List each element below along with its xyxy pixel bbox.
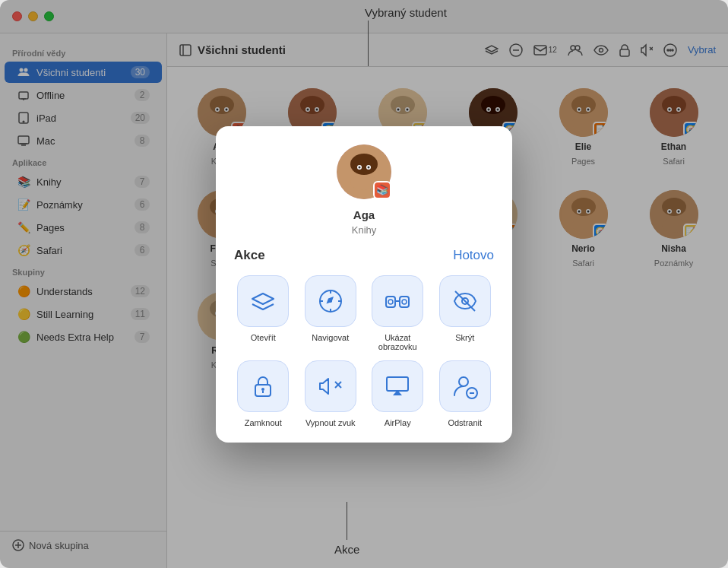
navigovat-label: Navigovat bbox=[312, 333, 349, 342]
action-otevrit[interactable]: Otevřít bbox=[234, 275, 293, 351]
svg-rect-143 bbox=[400, 297, 409, 307]
action-vypnout-zvuk[interactable]: Vypnout zvuk bbox=[302, 360, 360, 427]
modal-hotovo-button[interactable]: Hotovo bbox=[453, 248, 494, 263]
svg-point-137 bbox=[359, 166, 361, 168]
zamknout-icon-bg bbox=[237, 360, 289, 412]
binoculars-action-icon bbox=[384, 287, 411, 315]
action-navigovat[interactable]: Navigovat bbox=[302, 275, 360, 351]
eye-slash-action-icon bbox=[451, 287, 479, 315]
svg-point-155 bbox=[459, 377, 468, 386]
skryt-label: Skrýt bbox=[455, 333, 474, 342]
ukazat-icon-bg bbox=[372, 275, 423, 327]
svg-rect-154 bbox=[387, 377, 408, 391]
skryt-icon-bg bbox=[439, 275, 491, 327]
navigovat-icon-bg bbox=[305, 275, 356, 327]
vypnout-zvuk-icon-bg bbox=[305, 360, 356, 412]
modal-akce-label: Akce bbox=[234, 248, 265, 263]
otevrit-icon-bg bbox=[237, 275, 289, 327]
airplay-label: AirPlay bbox=[385, 418, 411, 427]
modal-student-app: Knihy bbox=[352, 224, 377, 236]
vypnout-zvuk-label: Vypnout zvuk bbox=[305, 418, 356, 427]
modal-avatar-badge: 📚 bbox=[373, 181, 391, 199]
modal-avatar: 📚 bbox=[337, 144, 391, 199]
action-modal: 📚 Aga Knihy Akce Hotovo bbox=[216, 126, 512, 443]
zamknout-label: Zamknout bbox=[245, 418, 282, 427]
mute-action-icon bbox=[317, 373, 344, 400]
action-skryt[interactable]: Skrýt bbox=[436, 275, 495, 351]
odstranit-label: Odstranit bbox=[448, 418, 482, 427]
svg-point-146 bbox=[402, 300, 407, 304]
layers-action-icon bbox=[249, 287, 277, 315]
svg-point-134 bbox=[350, 154, 378, 175]
compass-action-icon bbox=[317, 287, 344, 315]
remove-person-action-icon bbox=[451, 373, 479, 400]
ukazat-label: Ukázat obrazovku bbox=[369, 333, 427, 351]
action-zamknout[interactable]: Zamknout bbox=[234, 360, 293, 427]
lock-action-icon bbox=[249, 373, 277, 400]
airplay-action-icon bbox=[384, 373, 411, 400]
modal-student-info: 📚 Aga Knihy bbox=[234, 144, 494, 236]
modal-overlay: 📚 Aga Knihy Akce Hotovo bbox=[0, 0, 728, 568]
app-window: Přírodní vědy Všichni studenti 30 bbox=[0, 0, 728, 568]
odstranit-icon-bg bbox=[439, 360, 491, 412]
action-ukazat[interactable]: Ukázat obrazovku bbox=[369, 275, 427, 351]
otevrit-label: Otevřít bbox=[251, 333, 276, 342]
modal-actions-grid: Otevřít Navigovat bbox=[234, 275, 494, 427]
action-odstranit[interactable]: Odstranit bbox=[436, 360, 495, 427]
svg-point-138 bbox=[368, 166, 370, 168]
modal-header-row: Akce Hotovo bbox=[234, 248, 494, 263]
svg-point-150 bbox=[261, 388, 264, 391]
modal-student-name: Aga bbox=[353, 208, 375, 221]
airplay-icon-bg bbox=[372, 360, 423, 412]
svg-point-145 bbox=[388, 300, 393, 304]
action-airplay[interactable]: AirPlay bbox=[369, 360, 427, 427]
svg-rect-142 bbox=[386, 297, 395, 307]
